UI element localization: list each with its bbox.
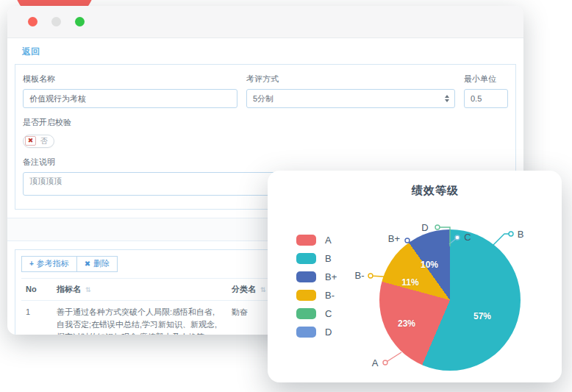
validation-toggle[interactable]: ✖ 否 [23,135,54,148]
legend-item[interactable]: B- [296,286,337,304]
remark-label: 备注说明 [23,157,508,168]
sort-icon[interactable]: ⇅ [85,286,91,293]
cell-no: 1 [21,300,52,335]
legend-swatch [296,235,316,246]
legend-label: C [325,308,332,319]
legend-swatch [296,271,316,282]
legend-label: A [325,235,332,246]
header-name[interactable]: 指标名⇅ [52,278,227,300]
slice-percent-label: 23% [398,318,415,329]
legend-item[interactable]: C [296,304,337,323]
template-name-input[interactable] [23,89,237,108]
legend-item[interactable]: D [296,323,337,341]
pie-chart[interactable] [379,229,521,371]
slice-callout-label: A [372,357,379,368]
slice-callout-label: C [464,232,471,243]
slice-callout-label: B [518,229,524,240]
performance-chart-card: 绩效等级 ABB+B-CD 57%23%11%10% BCDB+B-A [268,171,562,382]
delete-button[interactable]: ✖ 删除 [76,256,118,272]
select-spinner-icon [445,95,449,102]
method-label: 考评方式 [246,74,455,85]
maximize-button[interactable] [75,17,85,26]
method-select[interactable]: 5分制 [246,89,455,108]
legend-label: B- [325,290,335,301]
close-button[interactable] [28,17,37,26]
unit-input[interactable] [464,89,508,108]
slice-percent-label: 10% [421,260,438,270]
legend-item[interactable]: B [296,249,337,268]
chart-title: 绩效等级 [268,184,562,198]
slice-callout-label: B+ [388,233,400,244]
cell-name: 善于通过各种方式突破个人局限:感悟和自省,自我否定;在错误中总结,学习新知识、新… [52,300,227,335]
screenshot-stage: 返回 模板名称 考评方式 5分制 最小单位 [0,0,572,392]
legend-swatch [296,327,316,338]
slice-callout-label: D [421,222,428,233]
legend-swatch [296,253,316,264]
toggle-state-label: 否 [40,136,48,146]
chart-legend: ABB+B-CD [296,231,337,341]
unit-label: 最小单位 [464,74,508,85]
legend-label: B [325,253,332,264]
validation-label: 是否开启校验 [23,117,508,128]
slice-percent-label: 11% [401,277,418,288]
legend-item[interactable]: A [296,231,337,249]
plus-icon: + [29,260,34,268]
header-no: No [21,278,52,300]
legend-swatch [296,290,316,301]
method-select-value: 5分制 [253,93,274,104]
sort-icon[interactable]: ⇅ [260,286,266,293]
legend-label: D [325,327,332,338]
add-indicator-button[interactable]: + 参考指标 [21,256,77,272]
legend-swatch [296,308,316,319]
back-link[interactable]: 返回 [22,46,40,58]
window-titlebar [7,6,523,38]
slice-callout-label: B- [355,270,365,281]
legend-label: B+ [325,271,337,282]
template-name-label: 模板名称 [23,74,237,85]
legend-item[interactable]: B+ [296,268,337,286]
toggle-x-icon: ✖ [25,136,36,146]
x-icon: ✖ [85,260,90,268]
slice-percent-label: 57% [473,311,491,321]
minimize-button[interactable] [51,17,61,26]
